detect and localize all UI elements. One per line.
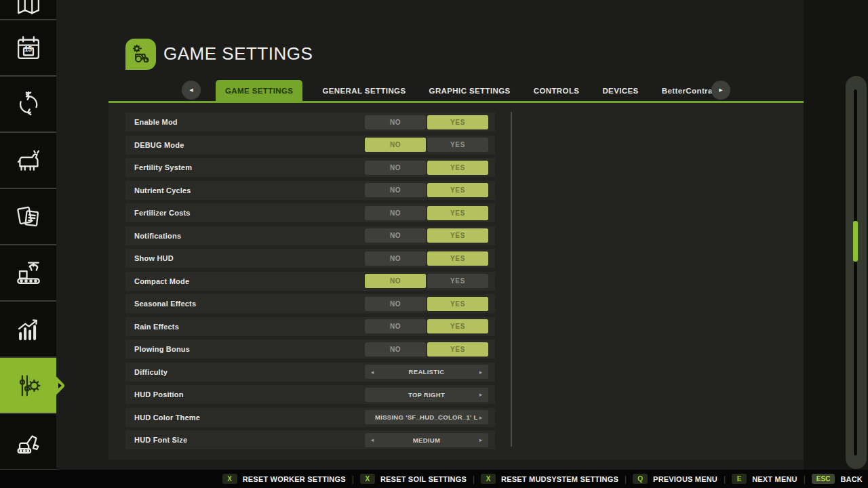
toggle-yes-button[interactable]: YES (427, 138, 488, 152)
toggle-no-button[interactable]: NO (365, 161, 426, 175)
tab-game-settings[interactable]: GAME SETTINGS (216, 80, 302, 102)
toggle-yes-button[interactable]: YES (427, 115, 488, 129)
sidebar-item-construction[interactable] (0, 414, 56, 470)
left-sidebar: 15 (0, 0, 56, 470)
separator: | (804, 474, 806, 484)
setting-label: Compact Mode (134, 277, 189, 285)
setting-label: Notifications (134, 232, 181, 240)
shortcut-reset-worker-settings[interactable]: XRESET WORKER SETTINGS (222, 474, 346, 484)
sidebar-item-map[interactable] (0, 0, 56, 20)
setting-label: Nutrient Cycles (134, 186, 191, 195)
setting-row-hud-font-size: HUD Font Size◂MEDIUM▸ (125, 430, 495, 449)
setting-label: HUD Color Theme (134, 413, 200, 422)
shortcut-back[interactable]: ESCBACK (812, 474, 863, 484)
select-hud-position[interactable]: ◂TOP RIGHT▸ (365, 388, 488, 402)
settings-rows: Enable ModNOYESDEBUG ModeNOYESFertility … (125, 113, 495, 453)
next-option-arrow-icon[interactable]: ▸ (478, 436, 484, 443)
page-title: GAME SETTINGS (163, 43, 313, 64)
map-icon (14, 0, 43, 20)
toggle-yes-button[interactable]: YES (427, 297, 488, 311)
toggle-no-button[interactable]: NO (365, 206, 426, 220)
setting-row-notifications: NotificationsNOYES (125, 226, 495, 245)
toggle-no-button[interactable]: NO (365, 274, 426, 288)
tab-controls[interactable]: CONTROLS (530, 80, 583, 102)
setting-row-debug-mode: DEBUG ModeNOYES (125, 136, 495, 155)
shortcut-reset-mudsystem-settings[interactable]: XRESET MUDSYSTEM SETTINGS (481, 474, 618, 484)
select-hud-font-size[interactable]: ◂MEDIUM▸ (365, 433, 488, 447)
shortcut-previous-menu[interactable]: QPREVIOUS MENU (633, 474, 717, 484)
toggle-no-button[interactable]: NO (365, 138, 426, 152)
sidebar-item-production[interactable] (0, 245, 56, 302)
key-badge: Q (633, 474, 648, 484)
setting-row-show-hud: Show HUDNOYES (125, 249, 495, 268)
tab-devices[interactable]: DEVICES (599, 80, 642, 102)
sidebar-item-statistics[interactable] (0, 302, 56, 358)
tabs-scroll-right-button[interactable]: ▶ (711, 81, 730, 100)
select-difficulty[interactable]: ◂REALISTIC▸ (365, 365, 488, 379)
setting-row-plowing-bonus: Plowing BonusNOYES (125, 340, 495, 359)
shortcut-reset-soil-settings[interactable]: XRESET SOIL SETTINGS (360, 474, 467, 484)
tab-general-settings[interactable]: GENERAL SETTINGS (319, 80, 409, 102)
toggle-rain-effects: NOYES (365, 319, 488, 333)
setting-row-seasonal-effects: Seasonal EffectsNOYES (125, 294, 495, 313)
setting-row-difficulty: Difficulty◂REALISTIC▸ (125, 363, 495, 382)
shortcut-next-menu[interactable]: ENEXT MENU (732, 474, 797, 484)
key-badge: X (360, 474, 375, 484)
setting-label: Fertility System (134, 163, 192, 171)
sidebar-item-crop-rotation[interactable] (0, 77, 56, 133)
crop-rotation-icon (14, 90, 43, 119)
sidebar-item-animals[interactable] (0, 133, 56, 189)
calendar-day-label: 15 (14, 45, 43, 53)
setting-label: Enable Mod (134, 118, 178, 126)
toggle-no-button[interactable]: NO (365, 297, 426, 311)
select-hud-color-theme[interactable]: ◂MISSING 'SF_HUD_COLOR_1' L..▸ (365, 410, 488, 424)
setting-row-rain-effects: Rain EffectsNOYES (125, 317, 495, 336)
sidebar-item-contracts[interactable] (0, 189, 56, 245)
tab-graphic-settings[interactable]: GRAPHIC SETTINGS (426, 80, 514, 102)
toggle-yes-button[interactable]: YES (427, 274, 488, 288)
sidebar-item-calendar[interactable]: 15 (0, 20, 56, 77)
toggle-yes-button[interactable]: YES (427, 206, 488, 220)
toggle-enable-mod: NOYES (365, 115, 488, 129)
shortcut-bar: XRESET WORKER SETTINGS|XRESET SOIL SETTI… (0, 470, 868, 488)
tabs-scroll-left-button[interactable]: ◀ (182, 81, 201, 100)
next-option-arrow-icon[interactable]: ▸ (478, 414, 484, 421)
toggle-no-button[interactable]: NO (365, 228, 426, 243)
toggle-yes-button[interactable]: YES (427, 183, 488, 197)
shortcut-label: RESET MUDSYSTEM SETTINGS (501, 475, 618, 483)
page-scrollbar-track[interactable] (854, 89, 857, 455)
toggle-no-button[interactable]: NO (365, 251, 426, 266)
prev-option-arrow-icon[interactable]: ◂ (370, 369, 375, 375)
toggle-no-button[interactable]: NO (365, 319, 426, 333)
toggle-no-button[interactable]: NO (365, 183, 426, 197)
list-scrollbar-track[interactable] (511, 112, 512, 447)
page-scrollbar (846, 76, 867, 469)
page-scrollbar-thumb[interactable] (853, 221, 858, 262)
chevron-left-icon: ◀ (189, 87, 193, 93)
separator: | (473, 474, 475, 484)
toggle-yes-button[interactable]: YES (427, 228, 488, 243)
key-badge: E (732, 474, 747, 484)
sidebar-item-game-settings[interactable] (0, 358, 56, 414)
chevron-right-icon: ▶ (719, 87, 722, 93)
shortcut-label: PREVIOUS MENU (653, 475, 717, 483)
toggle-compact-mode: NOYES (365, 274, 488, 288)
toggle-seasonal-effects: NOYES (365, 297, 488, 311)
toggle-show-hud: NOYES (365, 251, 488, 266)
production-icon (14, 259, 43, 287)
setting-value: MISSING 'SF_HUD_COLOR_1' L.. (375, 413, 478, 421)
prev-option-arrow-icon[interactable]: ◂ (370, 436, 375, 443)
toggle-nutrient-cycles: NOYES (365, 183, 488, 197)
toggle-yes-button[interactable]: YES (427, 161, 488, 175)
setting-row-fertility-system: Fertility SystemNOYES (125, 158, 495, 177)
toggle-yes-button[interactable]: YES (427, 342, 488, 357)
toggle-no-button[interactable]: NO (365, 342, 426, 357)
toggle-no-button[interactable]: NO (365, 115, 426, 129)
toggle-yes-button[interactable]: YES (427, 251, 488, 266)
toggle-yes-button[interactable]: YES (427, 319, 488, 333)
setting-label: Show HUD (134, 254, 174, 262)
game-settings-icon (14, 371, 43, 400)
next-option-arrow-icon[interactable]: ▸ (478, 369, 484, 375)
next-option-arrow-icon[interactable]: ▸ (478, 391, 484, 398)
shortcut-label: BACK (840, 475, 863, 483)
